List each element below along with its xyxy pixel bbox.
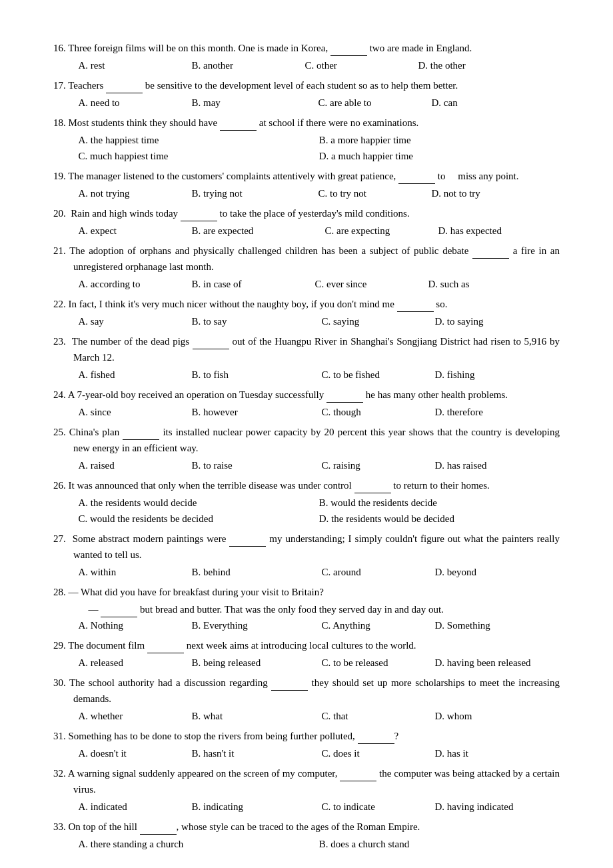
q26-opt-a: A. the residents would decide bbox=[79, 495, 312, 511]
q20-blank bbox=[181, 221, 217, 221]
q25-opt-a: A. raised bbox=[79, 457, 185, 473]
question-27: 27. Some abstract modern paintings were … bbox=[53, 531, 560, 580]
q31-blank bbox=[358, 743, 394, 744]
q24-blank bbox=[326, 402, 363, 403]
q18-opt-a: A. the happiest time bbox=[79, 132, 312, 148]
q21-opt-d: D. such as bbox=[428, 276, 535, 292]
q29-opt-c: C. to be released bbox=[322, 655, 428, 671]
q23-opt-d: D. fishing bbox=[435, 367, 542, 383]
q16-opt-d: D. the other bbox=[418, 57, 525, 73]
q25-options: A. raised B. to raise C. raising D. has … bbox=[53, 457, 560, 473]
question-19: 19. The manager listened to the customer… bbox=[53, 168, 560, 201]
q20-text: 20. Rain and high winds today to take th… bbox=[53, 205, 560, 221]
q27-text: 27. Some abstract modern paintings were … bbox=[53, 531, 560, 563]
q17-text: 17. Teachers be sensitive to the develop… bbox=[53, 77, 560, 93]
q21-opt-a: A. according to bbox=[79, 276, 185, 292]
q22-options: A. say B. to say C. saying D. to saying bbox=[53, 313, 560, 329]
q19-text: 19. The manager listened to the customer… bbox=[53, 168, 560, 184]
question-30: 30. The school authority had a discussio… bbox=[53, 675, 560, 724]
q31-text: 31. Something has to be done to stop the… bbox=[53, 728, 560, 744]
q21-opt-b: B. in case of bbox=[192, 276, 308, 292]
question-18: 18. Most students think they should have… bbox=[53, 115, 560, 164]
q30-opt-a: A. whether bbox=[79, 708, 185, 724]
q28-opt-a: A. Nothing bbox=[79, 617, 185, 633]
q22-text: 22. In fact, I think it's very much nice… bbox=[53, 296, 560, 312]
question-21: 21. The adoption of orphans and physical… bbox=[53, 243, 560, 292]
question-16: 16. Three foreign films will be on this … bbox=[53, 40, 560, 73]
q31-opt-d: D. has it bbox=[435, 745, 542, 761]
q30-blank bbox=[271, 690, 308, 691]
q33-opt-a: A. there standing a church bbox=[79, 836, 312, 852]
q20-opt-b: B. are expected bbox=[192, 223, 318, 239]
q25-opt-d: D. has raised bbox=[435, 457, 542, 473]
question-32: 32. A warning signal suddenly appeared o… bbox=[53, 765, 560, 815]
q25-blank bbox=[123, 439, 159, 440]
q23-blank bbox=[193, 349, 229, 349]
q16-opt-c: C. other bbox=[305, 57, 412, 73]
q26-opt-c: C. would the residents be decided bbox=[79, 511, 312, 527]
q27-opt-d: D. beyond bbox=[435, 564, 542, 580]
q16-options: A. rest B. another C. other D. the other bbox=[53, 57, 560, 73]
q20-opt-c: C. are expecting bbox=[325, 223, 432, 239]
q26-opt-b: B. would the residents decide bbox=[319, 495, 553, 511]
exam-content: 16. Three foreign films will be on this … bbox=[53, 40, 560, 852]
q28-opt-d: D. Something bbox=[435, 617, 542, 633]
q18-text: 18. Most students think they should have… bbox=[53, 115, 560, 131]
q24-opt-a: A. since bbox=[79, 404, 185, 420]
q26-text: 26. It was announced that only when the … bbox=[53, 477, 560, 493]
q28-text: 28. — What did you have for breakfast du… bbox=[53, 584, 560, 600]
q29-text: 29. The document film next week aims at … bbox=[53, 637, 560, 653]
q17-opt-d: D. can bbox=[432, 95, 538, 111]
q27-opt-b: B. behind bbox=[192, 564, 315, 580]
q30-opt-c: C. that bbox=[322, 708, 428, 724]
q16-opt-b: B. another bbox=[192, 57, 299, 73]
question-17: 17. Teachers be sensitive to the develop… bbox=[53, 77, 560, 111]
q31-opt-b: B. hasn't it bbox=[192, 745, 315, 761]
q16-blank bbox=[330, 55, 367, 56]
q29-blank bbox=[147, 653, 184, 653]
q26-blank bbox=[354, 493, 391, 493]
q31-opt-c: C. does it bbox=[322, 745, 428, 761]
q33-opt-b: B. does a church stand bbox=[319, 836, 553, 852]
q24-opt-d: D. therefore bbox=[435, 404, 542, 420]
q33-options: A. there standing a church B. does a chu… bbox=[53, 836, 560, 852]
q23-opt-c: C. to be fished bbox=[322, 367, 428, 383]
q33-text: 33. On top of the hill , whose style can… bbox=[53, 819, 560, 835]
q28-subtext: — but bread and butter. That was the onl… bbox=[53, 601, 560, 617]
q30-opt-b: B. what bbox=[192, 708, 315, 724]
q30-opt-d: D. whom bbox=[435, 708, 542, 724]
q27-blank bbox=[229, 546, 266, 547]
q23-opt-b: B. to fish bbox=[192, 367, 315, 383]
q19-opt-d: D. not to try bbox=[432, 185, 538, 201]
question-23: 23. The number of the dead pigs out of t… bbox=[53, 333, 560, 383]
q24-text: 24. A 7-year-old boy received an operati… bbox=[53, 387, 560, 403]
q18-options: A. the happiest time B. a more happier t… bbox=[53, 132, 560, 164]
q19-options: A. not trying B. trying not C. to try no… bbox=[53, 185, 560, 201]
question-28: 28. — What did you have for breakfast du… bbox=[53, 584, 560, 633]
question-24: 24. A 7-year-old boy received an operati… bbox=[53, 387, 560, 420]
q23-opt-a: A. fished bbox=[79, 367, 185, 383]
q21-blank bbox=[472, 258, 509, 259]
q32-opt-c: C. to indicate bbox=[322, 799, 428, 815]
q32-opt-d: D. having indicated bbox=[435, 799, 542, 815]
q20-opt-a: A. expect bbox=[79, 223, 185, 239]
q27-opt-a: A. within bbox=[79, 564, 185, 580]
q30-options: A. whether B. what C. that D. whom bbox=[53, 708, 560, 724]
q21-opt-c: C. ever since bbox=[315, 276, 422, 292]
q27-opt-c: C. around bbox=[322, 564, 428, 580]
q27-options: A. within B. behind C. around D. beyond bbox=[53, 564, 560, 580]
q25-opt-b: B. to raise bbox=[192, 457, 315, 473]
q24-opt-b: B. however bbox=[192, 404, 315, 420]
q23-text: 23. The number of the dead pigs out of t… bbox=[53, 333, 560, 365]
q29-opt-a: A. released bbox=[79, 655, 185, 671]
q28-opt-b: B. Everything bbox=[192, 617, 315, 633]
q32-opt-a: A. indicated bbox=[79, 799, 185, 815]
q24-options: A. since B. however C. though D. therefo… bbox=[53, 404, 560, 420]
q33-blank bbox=[140, 834, 177, 835]
q29-options: A. released B. being released C. to be r… bbox=[53, 655, 560, 671]
q29-opt-d: D. having been released bbox=[435, 655, 542, 671]
q17-opt-c: C. are able to bbox=[318, 95, 425, 111]
q20-options: A. expect B. are expected C. are expecti… bbox=[53, 223, 560, 239]
q17-blank bbox=[106, 93, 143, 93]
question-25: 25. China's plan its installed nuclear p… bbox=[53, 424, 560, 473]
